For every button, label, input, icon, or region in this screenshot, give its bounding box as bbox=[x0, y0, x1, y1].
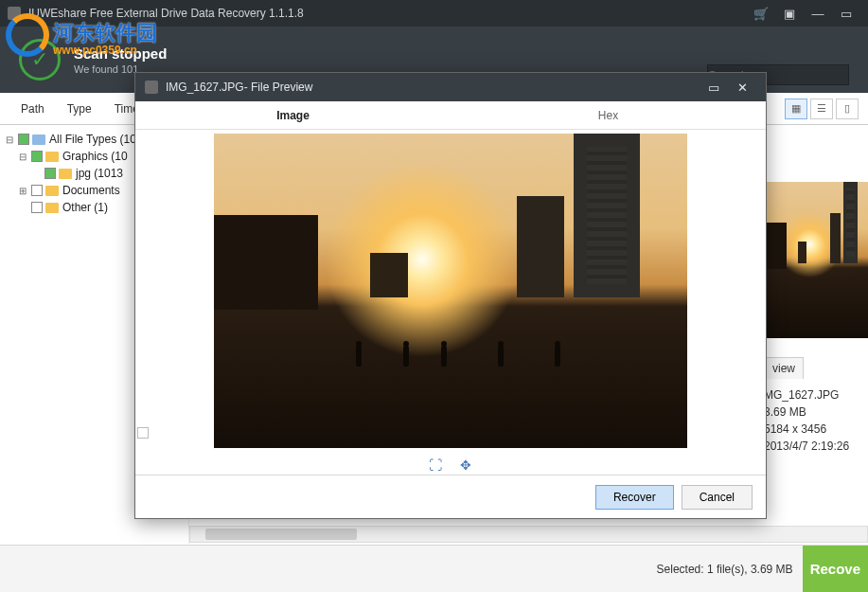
maximize-icon[interactable]: ▭ bbox=[832, 2, 860, 25]
drive-icon bbox=[32, 135, 45, 145]
app-icon bbox=[8, 7, 21, 20]
tree-label: jpg (1013 bbox=[76, 167, 123, 180]
status-bar: Selected: 1 file(s), 3.69 MB Recove bbox=[0, 545, 868, 592]
info-panel: view MG_1627.JPG 3.69 MB 5184 x 3456 201… bbox=[764, 125, 868, 545]
collapse-icon[interactable]: ⊟ bbox=[4, 135, 15, 145]
dialog-footer: Recover Cancel bbox=[135, 475, 766, 518]
restore-icon[interactable]: ▣ bbox=[775, 2, 804, 25]
scroll-corner-icon[interactable] bbox=[137, 427, 149, 439]
dialog-body: ⛶ ✥ bbox=[135, 130, 766, 475]
preview-image bbox=[214, 134, 687, 448]
leaf-icon bbox=[17, 203, 28, 213]
cart-icon[interactable]: 🛒 bbox=[747, 2, 775, 25]
tree-label: All File Types (10 bbox=[49, 133, 136, 146]
tree-label: Graphics (10 bbox=[62, 150, 128, 163]
tab-type[interactable]: Type bbox=[56, 102, 103, 116]
tab-hex[interactable]: Hex bbox=[451, 109, 766, 122]
folder-icon bbox=[45, 203, 59, 213]
dialog-icon bbox=[145, 81, 158, 94]
selection-text: Selected: 1 file(s), 3.69 MB bbox=[657, 563, 793, 576]
tab-path[interactable]: Path bbox=[9, 102, 56, 116]
actual-size-icon[interactable]: ✥ bbox=[458, 457, 473, 473]
expand-icon[interactable]: ⊞ bbox=[17, 186, 28, 196]
dialog-close-icon[interactable]: ✕ bbox=[728, 76, 756, 99]
view-grid-icon[interactable]: ▦ bbox=[785, 99, 807, 119]
info-dimensions: 5184 x 3456 bbox=[764, 421, 868, 438]
info-size: 3.69 MB bbox=[764, 404, 868, 421]
app-title: IUWEshare Free External Drive Data Recov… bbox=[28, 7, 747, 20]
dialog-titlebar[interactable]: IMG_1627.JPG- File Preview ▭ ✕ bbox=[135, 73, 766, 101]
checkbox[interactable] bbox=[31, 185, 43, 196]
dialog-tabs: Image Hex bbox=[135, 101, 766, 130]
checkbox[interactable] bbox=[44, 168, 56, 179]
dialog-title: IMG_1627.JPG- File Preview bbox=[166, 81, 312, 94]
folder-icon bbox=[45, 186, 59, 196]
tree-label: Other (1) bbox=[62, 201, 108, 214]
collapse-icon[interactable]: ⊟ bbox=[17, 152, 28, 162]
folder-icon bbox=[45, 152, 59, 162]
leaf-icon bbox=[30, 169, 42, 179]
checkbox[interactable] bbox=[31, 202, 43, 213]
recover-button[interactable]: Recove bbox=[803, 546, 868, 593]
checkbox[interactable] bbox=[31, 151, 43, 162]
info-date: 2013/4/7 2:19:26 bbox=[764, 438, 868, 455]
scan-complete-icon: ✓ bbox=[19, 39, 61, 81]
scrollbar-thumb[interactable] bbox=[205, 529, 357, 540]
info-meta: MG_1627.JPG 3.69 MB 5184 x 3456 2013/4/7… bbox=[764, 386, 868, 455]
info-thumbnail bbox=[764, 182, 868, 338]
minimize-icon[interactable]: — bbox=[804, 2, 832, 25]
fit-icon[interactable]: ⛶ bbox=[428, 457, 443, 473]
status-heading: Scan stopped bbox=[74, 45, 167, 62]
folder-icon bbox=[59, 169, 72, 179]
view-list-icon[interactable]: ☰ bbox=[810, 99, 833, 119]
info-preview-tab[interactable]: view bbox=[764, 357, 804, 379]
dialog-recover-button[interactable]: Recover bbox=[595, 485, 674, 510]
horizontal-scrollbar[interactable] bbox=[189, 526, 868, 543]
dialog-cancel-button[interactable]: Cancel bbox=[682, 485, 753, 510]
info-filename: MG_1627.JPG bbox=[764, 386, 868, 404]
titlebar: IUWEshare Free External Drive Data Recov… bbox=[0, 0, 868, 27]
tab-image[interactable]: Image bbox=[135, 109, 451, 122]
preview-tools: ⛶ ✥ bbox=[428, 457, 473, 473]
tree-label: Documents bbox=[62, 184, 120, 197]
status-texts: Scan stopped We found 101 bbox=[74, 45, 167, 75]
checkbox[interactable] bbox=[18, 134, 29, 145]
file-preview-dialog: IMG_1627.JPG- File Preview ▭ ✕ Image Hex… bbox=[134, 72, 767, 519]
dialog-maximize-icon[interactable]: ▭ bbox=[700, 76, 728, 99]
view-detail-icon[interactable]: ▯ bbox=[836, 99, 859, 119]
